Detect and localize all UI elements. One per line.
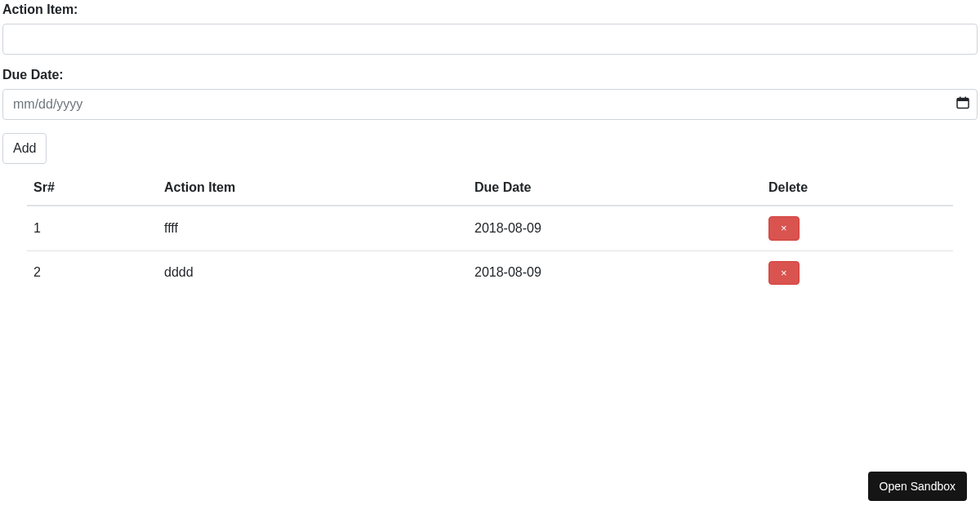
delete-button[interactable]: × xyxy=(768,261,800,286)
table-row: 1 ffff 2018-08-09 × xyxy=(27,206,953,250)
cell-sr: 1 xyxy=(27,206,158,250)
close-icon: × xyxy=(781,222,787,234)
due-date-label: Due Date: xyxy=(2,68,978,82)
add-button[interactable]: Add xyxy=(2,133,47,164)
action-item-label: Action Item: xyxy=(2,2,978,17)
table-row: 2 dddd 2018-08-09 × xyxy=(27,250,953,295)
cell-action-item: dddd xyxy=(158,250,468,295)
cell-due-date: 2018-08-09 xyxy=(468,206,762,250)
cell-due-date: 2018-08-09 xyxy=(468,250,762,295)
due-date-input[interactable] xyxy=(2,89,978,120)
table-header-due-date: Due Date xyxy=(468,171,762,206)
action-items-table: Sr# Action Item Due Date Delete 1 ffff 2… xyxy=(27,171,953,295)
table-header-delete: Delete xyxy=(762,171,953,206)
delete-button[interactable]: × xyxy=(768,216,800,241)
cell-action-item: ffff xyxy=(158,206,468,250)
table-header-sr: Sr# xyxy=(27,171,158,206)
cell-sr: 2 xyxy=(27,250,158,295)
action-item-input[interactable] xyxy=(2,24,978,55)
close-icon: × xyxy=(781,267,787,279)
table-header-action-item: Action Item xyxy=(158,171,468,206)
